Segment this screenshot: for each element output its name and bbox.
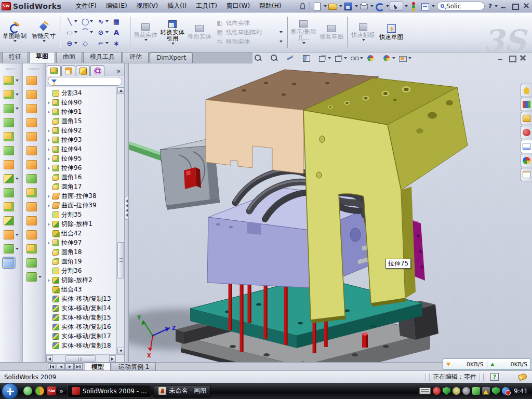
hud-button[interactable] [366,54,379,62]
usb-tray-icon[interactable] [472,387,480,395]
sketch-entity-icon[interactable]: ⌐ [95,38,111,49]
expand-arrow-icon[interactable] [48,127,52,134]
feature-tool-button[interactable] [4,118,19,127]
sketch-entity-icon[interactable]: A [111,27,126,38]
sketch-entity-icon[interactable]: ⌒ [79,27,95,38]
command-tab[interactable]: 特征 [2,51,28,63]
dropdown-caret-icon[interactable] [16,248,19,250]
menu-item[interactable]: 工具(T) [191,0,222,12]
dropdown-caret-icon[interactable] [370,5,374,7]
dropdown-caret-icon[interactable] [105,42,109,44]
dropdown-caret-icon[interactable] [105,20,109,22]
surface-tool-button[interactable] [26,132,42,141]
feature-tool-button[interactable] [4,146,19,155]
tree-item[interactable]: 组合42 [48,229,117,238]
task-pane-tab[interactable] [521,98,532,111]
menu-item[interactable]: 插入(I) [163,0,191,12]
command-tab[interactable]: 模具工具 [83,51,122,63]
sketch-entity-icon[interactable]: ∿ [95,16,111,27]
tree-item[interactable]: 分割34 [48,88,117,98]
dropdown-caret-icon[interactable] [16,94,19,96]
restore-button[interactable] [510,2,520,10]
dropdown-caret-icon[interactable] [43,40,46,42]
input-method-icon[interactable] [419,388,431,394]
status-help-button[interactable]: ? [490,373,499,381]
options-list-icon[interactable] [420,2,430,11]
smart-dimension-button[interactable]: 智能尺寸 [29,12,58,52]
sketch-entity-icon[interactable]: ∗ [111,38,126,49]
surface-tool-button[interactable] [26,174,42,183]
last-tab-button[interactable] [74,363,83,370]
scroll-left-arrow[interactable] [46,355,53,362]
surface-tool-button[interactable] [26,244,42,254]
command-tab[interactable]: 曲面 [56,51,82,63]
dropdown-caret-icon[interactable] [392,57,395,59]
tree-item[interactable]: 圆角18 [48,247,117,257]
feature-tool-button[interactable] [4,90,19,99]
offset-entities-button[interactable]: 等距实体 [186,12,213,52]
feature-tool-button[interactable] [4,258,19,268]
dropdown-caret-icon[interactable] [495,5,498,7]
dropdown-caret-icon[interactable] [16,108,19,110]
dropdown-caret-icon[interactable] [14,40,17,42]
sketch-entity-icon[interactable]: ⊖ [64,38,79,49]
surface-tool-button[interactable] [26,104,42,113]
expand-arrow-icon[interactable] [48,164,52,171]
property-manager-tab[interactable] [61,65,75,76]
hud-button[interactable] [302,54,315,62]
task-pane-tab[interactable] [521,112,532,125]
surface-tool-button[interactable] [26,272,42,282]
task-pane-tab[interactable] [521,168,532,181]
volume-tray-icon[interactable] [462,387,470,395]
convert-entities-button[interactable]: 转换实体引用 [159,12,186,52]
sketch-entity-icon[interactable]: ▦ [111,16,126,27]
dropdown-caret-icon[interactable] [405,5,408,7]
dropdown-caret-icon[interactable] [74,42,77,44]
quick-launch-chevron[interactable]: » [59,388,63,395]
dropdown-caret-icon[interactable] [302,42,305,44]
tag-icon[interactable] [518,373,528,381]
model-tab[interactable]: 模型 [85,363,111,370]
surface-tool-button[interactable] [26,118,42,127]
tree-item[interactable]: 分割36 [48,266,117,275]
scroll-down-arrow[interactable] [117,348,124,354]
security-alert-tray-icon[interactable] [433,387,441,395]
tree-item[interactable]: 拉伸96 [48,163,117,172]
close-button[interactable] [522,2,531,10]
tree-item[interactable]: 曲面-拉伸39 [48,201,117,210]
command-tab[interactable]: DimXpert [150,52,193,63]
tree-item[interactable]: 切除-放样2 [48,275,117,285]
feature-tool-button[interactable] [4,230,19,240]
expand-arrow-icon[interactable] [48,239,52,246]
print-icon[interactable] [358,2,369,11]
splitter-handle[interactable] [125,196,129,220]
expand-arrow-icon[interactable] [48,108,52,115]
sketch-entity-icon[interactable]: ▭ [64,27,79,38]
undo-icon[interactable] [374,2,384,11]
sketch-tool-row-button[interactable]: ▦ 线性草图阵列 [216,29,283,36]
tree-item[interactable]: 圆角17 [48,182,117,191]
toolbar-grip[interactable] [6,69,17,70]
feature-tool-button[interactable] [4,104,19,113]
tree-item[interactable]: 圆角19 [48,257,117,266]
messenger-status-tray-icon[interactable] [502,387,510,395]
hud-button[interactable] [398,54,411,62]
dropdown-caret-icon[interactable] [16,79,19,82]
antivirus-tray-icon[interactable] [443,387,450,395]
scroll-thumb[interactable] [65,355,96,362]
sketch-entity-icon[interactable]: ◯ [79,16,95,27]
surface-tool-button[interactable] [26,160,42,169]
surface-tool-button[interactable] [26,230,42,240]
hud-button[interactable] [382,54,395,62]
dropdown-caret-icon[interactable] [74,20,77,22]
dimxpert-manager-tab[interactable] [90,65,104,76]
hud-button[interactable] [270,54,283,62]
dropdown-caret-icon[interactable] [90,20,93,22]
prev-tab-button[interactable] [57,363,65,370]
tree-horizontal-scrollbar[interactable] [46,354,124,362]
tree-item[interactable]: 实体-移动/复制15 [48,313,117,322]
tree-item[interactable]: 组合43 [48,285,117,294]
sketch-tool-row-button[interactable]: ◧ 镜向实体 [216,19,283,27]
feature-tool-button[interactable] [4,216,19,225]
dropdown-caret-icon[interactable] [355,5,358,7]
